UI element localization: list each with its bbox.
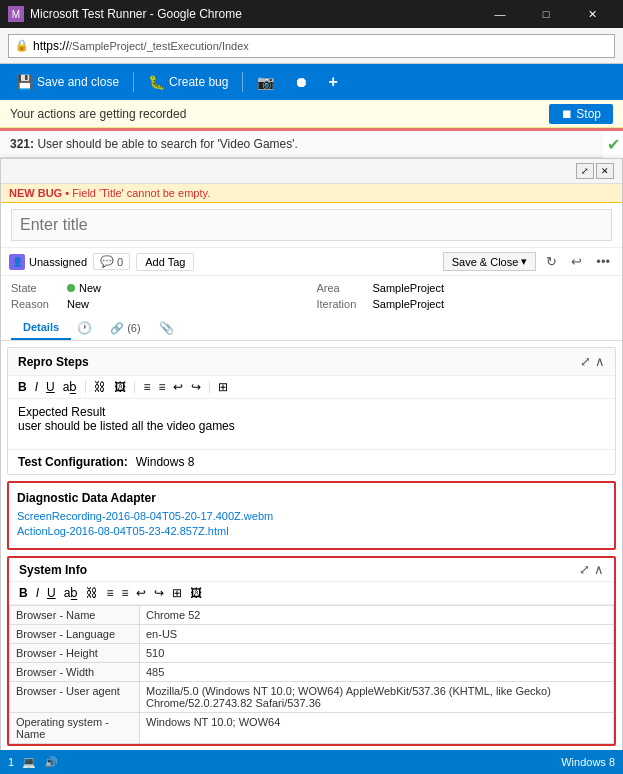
test-config-row: Test Configuration: Windows 8 bbox=[8, 449, 615, 474]
dialog-scroll-content[interactable]: Repro Steps ⤢ ∧ B I U ab̲ ⛓ 🖼 bbox=[1, 341, 622, 774]
add-button[interactable]: + bbox=[320, 69, 345, 95]
dropdown-arrow: ▾ bbox=[521, 255, 527, 268]
collapse-repro-button[interactable]: ∧ bbox=[595, 354, 605, 369]
toolbar-separator-2 bbox=[242, 72, 243, 92]
sysinfo-editor-toolbar: B I U ab̲ ⛓ ≡ ≡ ↩ ↪ ⊞ 🖼 bbox=[9, 582, 614, 605]
error-message: Field 'Title' cannot be empty. bbox=[72, 187, 210, 199]
close-button[interactable]: ✕ bbox=[569, 0, 615, 28]
italic-button[interactable]: I bbox=[33, 379, 40, 395]
tab-history-icon[interactable]: 🕐 bbox=[71, 316, 98, 340]
error-bar: NEW BUG • Field 'Title' cannot be empty. bbox=[1, 184, 622, 203]
status-bar: 1 💻 🔊 Windows 8 bbox=[0, 750, 623, 774]
sysinfo-controls: ⤢ ∧ bbox=[579, 562, 604, 577]
sysinfo-table[interactable]: ⊞ bbox=[170, 585, 184, 601]
strikethrough-button[interactable]: ab̲ bbox=[61, 379, 80, 395]
reason-field-row: Reason New bbox=[11, 298, 307, 310]
bug-dialog: ⤢ ✕ NEW BUG • Field 'Title' cannot be em… bbox=[0, 158, 623, 774]
sysinfo-image[interactable]: 🖼 bbox=[188, 585, 204, 601]
add-icon: + bbox=[328, 73, 337, 91]
add-tag-button[interactable]: Add Tag bbox=[136, 253, 194, 271]
sysinfo-underline[interactable]: U bbox=[45, 585, 58, 601]
record-icon: ⏺ bbox=[294, 74, 308, 90]
indent-button[interactable]: ↩ bbox=[171, 379, 185, 395]
iteration-value: SampleProject bbox=[373, 298, 445, 310]
tabs-bar: Details 🕐 🔗 (6) 📎 bbox=[1, 316, 622, 341]
sysinfo-link[interactable]: ⛓ bbox=[84, 585, 100, 601]
recording-bar: Your actions are getting recorded ⏹ Stop bbox=[0, 100, 623, 128]
sysinfo-olist[interactable]: ≡ bbox=[119, 585, 130, 601]
list-button[interactable]: ≡ bbox=[141, 379, 152, 395]
tab-attachments-icon[interactable]: 📎 bbox=[153, 316, 180, 340]
title-bar: M Microsoft Test Runner - Google Chrome … bbox=[0, 0, 623, 28]
stop-button[interactable]: ⏹ Stop bbox=[549, 104, 613, 124]
save-close-button[interactable]: Save & Close ▾ bbox=[443, 252, 537, 271]
comment-badge[interactable]: 💬 0 bbox=[93, 253, 130, 270]
status-right: Windows 8 bbox=[561, 756, 615, 768]
toolbar-separator-1 bbox=[133, 72, 134, 92]
comment-icon: 💬 bbox=[100, 255, 114, 268]
state-label: State bbox=[11, 282, 61, 294]
collapse-sysinfo-button[interactable]: ∧ bbox=[594, 562, 604, 577]
state-field-row: State New bbox=[11, 282, 307, 294]
iteration-field-row: Iteration SampleProject bbox=[317, 298, 613, 310]
more-button[interactable]: ••• bbox=[592, 252, 614, 271]
diagnostic-title: Diagnostic Data Adapter bbox=[17, 491, 606, 505]
test-step-header: 321: User should be able to search for '… bbox=[0, 131, 623, 158]
sysinfo-list[interactable]: ≡ bbox=[104, 585, 115, 601]
repro-editor-toolbar: B I U ab̲ ⛓ 🖼 ≡ ≡ ↩ ↪ ⊞ bbox=[8, 376, 615, 399]
sysinfo-row: Browser - User agentMozilla/5.0 (Windows… bbox=[10, 682, 614, 713]
save-close-toolbar-button[interactable]: 💾 Save and close bbox=[8, 70, 127, 94]
dialog-close-button[interactable]: ✕ bbox=[596, 163, 614, 179]
editor-sep-2 bbox=[134, 381, 135, 393]
editor-sep-1 bbox=[85, 381, 86, 393]
comment-count: 0 bbox=[117, 256, 123, 268]
main-toolbar: 💾 Save and close 🐛 Create bug 📷 ⏺ + bbox=[0, 64, 623, 100]
underline-button[interactable]: U bbox=[44, 379, 57, 395]
undo-button[interactable]: ↩ bbox=[567, 252, 586, 271]
window-controls: — □ ✕ bbox=[477, 0, 615, 28]
ordered-list-button[interactable]: ≡ bbox=[156, 379, 167, 395]
sysinfo-key: Browser - Width bbox=[10, 663, 140, 682]
table-button[interactable]: ⊞ bbox=[216, 379, 230, 395]
sysinfo-key: Browser - Language bbox=[10, 625, 140, 644]
sysinfo-value: en-US bbox=[140, 625, 614, 644]
maximize-button[interactable]: □ bbox=[523, 0, 569, 28]
link-button[interactable]: ⛓ bbox=[92, 379, 108, 395]
sysinfo-strike[interactable]: ab̲ bbox=[62, 585, 81, 601]
diagnostic-link-1[interactable]: ScreenRecording-2016-08-04T05-20-17.400Z… bbox=[17, 510, 606, 522]
tab-links[interactable]: 🔗 (6) bbox=[98, 317, 153, 340]
sysinfo-outdent[interactable]: ↪ bbox=[152, 585, 166, 601]
image-button[interactable]: 🖼 bbox=[112, 379, 128, 395]
sysinfo-indent[interactable]: ↩ bbox=[134, 585, 148, 601]
sysinfo-value: 510 bbox=[140, 644, 614, 663]
repro-steps-content: Expected Result user should be listed al… bbox=[8, 399, 615, 449]
expand-sysinfo-button[interactable]: ⤢ bbox=[579, 562, 590, 577]
sysinfo-italic[interactable]: I bbox=[34, 585, 41, 601]
recording-message: Your actions are getting recorded bbox=[10, 107, 186, 121]
expand-repro-button[interactable]: ⤢ bbox=[580, 354, 591, 369]
sysinfo-key: Browser - User agent bbox=[10, 682, 140, 713]
create-bug-button[interactable]: 🐛 Create bug bbox=[140, 70, 236, 94]
iteration-label: Iteration bbox=[317, 298, 367, 310]
outdent-button[interactable]: ↪ bbox=[189, 379, 203, 395]
sysinfo-row: Browser - Width485 bbox=[10, 663, 614, 682]
screenshot-button[interactable]: 📷 bbox=[249, 70, 282, 94]
minimize-button[interactable]: — bbox=[477, 0, 523, 28]
tab-details[interactable]: Details bbox=[11, 316, 71, 340]
refresh-button[interactable]: ↻ bbox=[542, 252, 561, 271]
expand-button[interactable]: ⤢ bbox=[576, 163, 594, 179]
reason-label: Reason bbox=[11, 298, 61, 310]
repro-steps-controls: ⤢ ∧ bbox=[580, 354, 605, 369]
title-input-area bbox=[1, 203, 622, 247]
save-close-label: Save & Close bbox=[452, 256, 519, 268]
links-icon: 🔗 bbox=[110, 322, 124, 334]
screenshot-icon: 📷 bbox=[257, 74, 274, 90]
sysinfo-table: Browser - NameChrome 52Browser - Languag… bbox=[9, 605, 614, 744]
record-button[interactable]: ⏺ bbox=[286, 70, 316, 94]
address-field[interactable]: 🔒 https:// /SampleProject/_testExecution… bbox=[8, 34, 615, 58]
bold-button[interactable]: B bbox=[16, 379, 29, 395]
sysinfo-bold[interactable]: B bbox=[17, 585, 30, 601]
title-input[interactable] bbox=[11, 209, 612, 241]
save-icon: 💾 bbox=[16, 74, 33, 90]
diagnostic-link-2[interactable]: ActionLog-2016-08-04T05-23-42.857Z.html bbox=[17, 525, 606, 537]
